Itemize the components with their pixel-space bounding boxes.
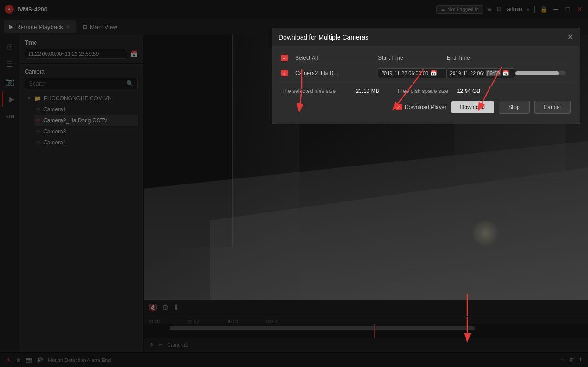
dialog-title: Download for Multiple Cameras xyxy=(279,34,368,41)
progress-bar-fill xyxy=(515,71,559,75)
end-time-highlight: 59:59 xyxy=(486,70,501,76)
dialog-body: ✓ Select All Start Time End Time ✓ Camer… xyxy=(272,46,580,124)
progress-bar-container xyxy=(515,71,566,75)
download-player-label: Download Player xyxy=(405,104,447,110)
download-button[interactable]: Download xyxy=(451,101,494,113)
dialog-header: Download for Multiple Cameras ✕ xyxy=(272,28,580,46)
row-checkbox-cell: ✓ xyxy=(281,70,295,76)
row-end-time: 2019-11-22 06:59:59 📅 xyxy=(447,68,515,78)
row-start-time: 2019-11-22 06:00:00 📅 xyxy=(378,68,447,78)
start-time-input[interactable]: 2019-11-22 06:00:00 📅 xyxy=(378,68,447,78)
dialog-footer-info: The selected files size 23.10 MB Free di… xyxy=(278,82,574,96)
download-player-option: ✓ Download Player xyxy=(396,104,447,110)
dialog-close-icon[interactable]: ✕ xyxy=(567,33,573,41)
select-all-label: Select All xyxy=(295,55,378,61)
free-disk-info: Free disk space size 12.94 GB xyxy=(398,88,480,94)
start-time-header: Start Time xyxy=(378,55,447,61)
end-time-header: End Time xyxy=(447,55,515,61)
header-checkbox-cell: ✓ xyxy=(281,55,295,61)
download-dialog: Download for Multiple Cameras ✕ ✓ Select… xyxy=(272,28,580,124)
free-disk-value: 12.94 GB xyxy=(457,88,481,94)
selected-files-label: The selected files size xyxy=(281,88,336,94)
selected-files-value: 23.10 MB xyxy=(355,88,379,94)
row-camera-name: Camera2_Ha D... xyxy=(295,70,378,76)
free-disk-label: Free disk space size xyxy=(398,88,448,94)
calendar-icon-start[interactable]: 📅 xyxy=(430,70,437,76)
download-player-checkbox[interactable]: ✓ xyxy=(396,104,402,110)
select-all-checkbox[interactable]: ✓ xyxy=(281,55,288,61)
selected-files-info: The selected files size 23.10 MB xyxy=(281,88,379,94)
stop-button[interactable]: Stop xyxy=(499,101,530,114)
row-progress xyxy=(515,71,571,75)
dialog-overlay: Download for Multiple Cameras ✕ ✓ Select… xyxy=(0,0,588,367)
dialog-table-row: ✓ Camera2_Ha D... 2019-11-22 06:00:00 📅 … xyxy=(278,64,574,82)
cancel-button[interactable]: Cancel xyxy=(534,101,571,114)
row-checkbox[interactable]: ✓ xyxy=(281,70,288,76)
calendar-icon-end[interactable]: 📅 xyxy=(502,70,509,76)
dialog-table-header: ✓ Select All Start Time End Time xyxy=(278,52,574,64)
dialog-footer-btns: ✓ Download Player Download Stop Cancel xyxy=(278,96,574,118)
end-time-input[interactable]: 2019-11-22 06:59:59 📅 xyxy=(447,68,515,78)
